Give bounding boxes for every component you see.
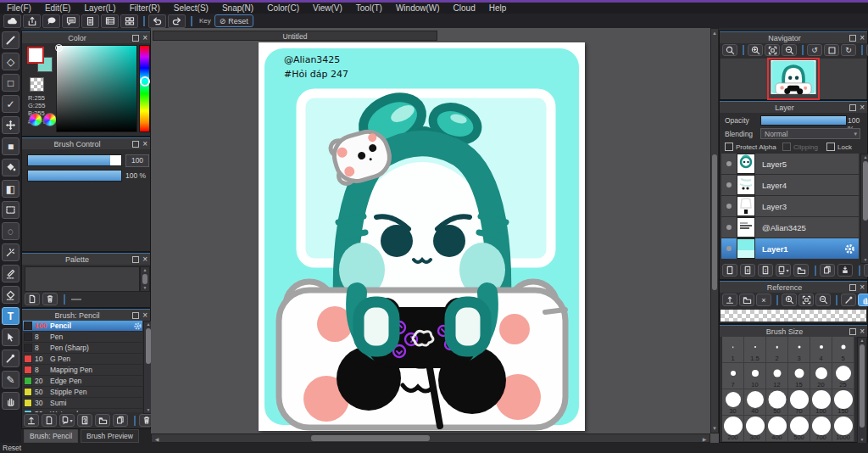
add-brush-button[interactable] bbox=[42, 414, 57, 427]
brush-row-pen-sharp[interactable]: 8 Pen (Sharp) bbox=[23, 343, 142, 354]
brush-size-option[interactable]: 150 bbox=[832, 389, 854, 416]
brush-folder-button[interactable] bbox=[95, 414, 110, 427]
menu-layer[interactable]: Layer(L) bbox=[77, 3, 122, 14]
add-layer-menu-button[interactable]: ▾ bbox=[776, 264, 791, 277]
redo-button[interactable] bbox=[168, 14, 186, 28]
document-tab[interactable]: Untitled bbox=[153, 31, 437, 41]
brush-row-edge-pen[interactable]: 20 Edge Pen bbox=[23, 376, 142, 387]
lock-checkbox[interactable]: Lock bbox=[826, 143, 852, 151]
undo-button[interactable] bbox=[148, 14, 166, 28]
brush-size-option[interactable]: 15 bbox=[788, 363, 810, 389]
menu-help[interactable]: Help bbox=[482, 3, 514, 14]
menu-window[interactable]: Window(W) bbox=[389, 3, 447, 14]
scroll-up-icon[interactable]: ▲ bbox=[147, 322, 151, 327]
hand-tool[interactable] bbox=[2, 392, 19, 410]
hue-cursor[interactable] bbox=[140, 76, 150, 87]
visibility-dot[interactable] bbox=[726, 225, 732, 230]
brush-size-option[interactable]: 2 bbox=[766, 337, 788, 363]
transparent-swatch[interactable] bbox=[30, 77, 44, 92]
duplicate-brush-button[interactable] bbox=[113, 414, 128, 427]
layer-list-scrollbar[interactable]: ▲ ▼ bbox=[860, 154, 868, 264]
brush-size-option[interactable]: 4 bbox=[810, 337, 832, 363]
edit-brush-button[interactable] bbox=[77, 414, 92, 427]
brush-size-slider[interactable] bbox=[27, 154, 122, 166]
close-icon[interactable]: × bbox=[860, 33, 865, 43]
popout-icon[interactable] bbox=[849, 104, 856, 111]
shape-tool[interactable]: □ bbox=[2, 74, 19, 92]
color-wheel-alt-button[interactable] bbox=[43, 113, 57, 126]
brush-size-option[interactable]: 1000 bbox=[832, 416, 854, 442]
menu-tool[interactable]: Tool(T) bbox=[349, 3, 389, 14]
close-icon[interactable]: × bbox=[142, 139, 147, 149]
add-8bit-layer-button[interactable]: 8 bbox=[740, 264, 755, 277]
popout-icon[interactable] bbox=[849, 328, 856, 335]
clear-reference-button[interactable]: × bbox=[756, 294, 771, 306]
delete-layer-button[interactable] bbox=[864, 264, 868, 277]
menu-select[interactable]: Select(S) bbox=[167, 3, 215, 14]
grid-edit-button[interactable] bbox=[120, 14, 138, 28]
document-button[interactable] bbox=[81, 14, 99, 28]
operation-tool[interactable] bbox=[2, 328, 19, 346]
polyline-tool[interactable]: ✓ bbox=[2, 95, 19, 113]
brush-size-option[interactable]: 700 bbox=[810, 416, 832, 442]
brush-row-stipple-pen[interactable]: 50 Stipple Pen bbox=[23, 387, 142, 398]
text-tool[interactable]: T bbox=[2, 307, 19, 325]
scroll-down-icon[interactable]: ▼ bbox=[864, 257, 868, 263]
brush-size-option[interactable]: 100 bbox=[810, 389, 832, 416]
brush-size-option[interactable]: 50 bbox=[766, 389, 788, 416]
zoom-in-button[interactable] bbox=[748, 44, 763, 56]
layer-row-layer4[interactable]: Layer4 bbox=[721, 175, 859, 195]
saturation-value-square[interactable] bbox=[56, 45, 137, 132]
layer-row-layer1[interactable]: Layer1 bbox=[721, 238, 859, 259]
scroll-left-icon[interactable]: ◀ bbox=[153, 436, 160, 443]
select-pen-tool[interactable] bbox=[2, 265, 19, 282]
tab-brush-preview[interactable]: Brush Preview bbox=[81, 429, 139, 443]
menu-view[interactable]: View(V) bbox=[306, 3, 349, 14]
palette-swatches-area[interactable] bbox=[25, 266, 140, 292]
menu-color[interactable]: Color(C) bbox=[260, 3, 306, 14]
brush-row-pencil[interactable]: 100 Pencil bbox=[23, 321, 142, 332]
merge-layer-button[interactable] bbox=[837, 264, 853, 277]
brush-size-value[interactable]: 100 bbox=[125, 154, 149, 167]
brush-size-option[interactable]: 500 bbox=[788, 416, 810, 442]
delete-palette-color-button[interactable] bbox=[42, 293, 58, 305]
zoom-100-button[interactable] bbox=[722, 44, 737, 56]
scroll-down-icon[interactable]: ▼ bbox=[143, 285, 147, 291]
brush-row-pen[interactable]: 8 Pen bbox=[23, 332, 142, 343]
brush-row-gpen[interactable]: 10 G Pen bbox=[23, 354, 142, 365]
add-1bit-layer-button[interactable]: 1 bbox=[758, 264, 773, 277]
brush-row-mapping-pen[interactable]: 8 Mapping Pen bbox=[23, 365, 142, 376]
h-scroll-thumb[interactable] bbox=[311, 435, 430, 441]
reference-empty-area[interactable] bbox=[721, 310, 866, 322]
canvas-horizontal-scrollbar[interactable]: ◀ ▶ bbox=[151, 433, 710, 443]
gradient-tool[interactable]: ◧ bbox=[2, 180, 19, 198]
menu-file[interactable]: File(F) bbox=[0, 3, 38, 14]
sv-cursor[interactable] bbox=[55, 44, 63, 52]
ref-eyedropper-button[interactable] bbox=[841, 294, 856, 306]
zoom-out-button[interactable] bbox=[782, 44, 797, 56]
close-icon[interactable]: × bbox=[142, 33, 147, 43]
tab-brush-pencil[interactable]: Brush: Pencil bbox=[24, 429, 78, 443]
open-reference-button[interactable] bbox=[739, 294, 754, 306]
close-icon[interactable]: × bbox=[860, 103, 865, 113]
add-layer-button[interactable] bbox=[722, 264, 737, 277]
brush-tool[interactable] bbox=[2, 31, 19, 49]
protect-alpha-checkbox[interactable]: Protect Alpha bbox=[725, 143, 776, 151]
brush-size-option[interactable]: 20 bbox=[810, 363, 832, 389]
brush-size-option[interactable]: 10 bbox=[744, 363, 766, 389]
select-tool[interactable] bbox=[2, 201, 19, 219]
scroll-down-icon[interactable]: ▼ bbox=[147, 407, 151, 413]
visibility-dot[interactable] bbox=[726, 246, 732, 251]
brush-row-sumi[interactable]: 30 Sumi bbox=[23, 398, 142, 409]
scroll-down-icon[interactable]: ▼ bbox=[711, 425, 718, 432]
layer-row-alian3425[interactable]: @Alian3425 bbox=[721, 217, 859, 238]
ref-fit-button[interactable] bbox=[798, 294, 814, 306]
brush-size-option[interactable]: 5 bbox=[832, 337, 854, 363]
close-icon[interactable]: × bbox=[142, 310, 147, 321]
export-button[interactable] bbox=[23, 14, 41, 28]
v-scroll-thumb[interactable] bbox=[712, 154, 717, 290]
magic-wand-tool[interactable] bbox=[2, 243, 19, 261]
close-icon[interactable]: × bbox=[142, 254, 147, 265]
comment-lines-button[interactable] bbox=[62, 14, 80, 28]
popout-icon[interactable] bbox=[132, 35, 139, 42]
